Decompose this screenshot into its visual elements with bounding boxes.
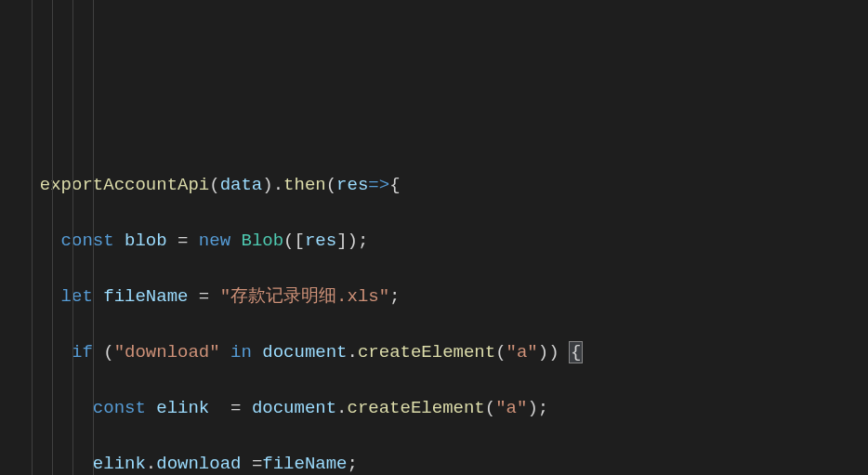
code-line[interactable]: const blob = new Blob([res]); xyxy=(19,227,868,255)
identifier: fileName xyxy=(103,286,188,307)
keyword: const xyxy=(93,398,146,418)
property: download xyxy=(156,454,241,474)
identifier: document xyxy=(262,342,347,363)
keyword: in xyxy=(230,342,252,363)
identifier: document xyxy=(252,398,336,418)
keyword: if xyxy=(72,342,93,363)
brace-match-icon: { xyxy=(569,341,583,363)
method-call: createElement xyxy=(348,398,485,418)
code-line[interactable]: if ("download" in document.createElement… xyxy=(19,338,868,366)
code-line[interactable]: let fileName = "存款记录明细.xls"; xyxy=(19,283,868,310)
string-literal: "存款记录明细.xls" xyxy=(220,286,389,307)
string-literal: "a" xyxy=(495,398,527,418)
string-literal: "download" xyxy=(114,342,220,363)
function-call: exportAccountApi xyxy=(40,175,209,195)
class: Blob xyxy=(241,231,283,251)
identifier: elink xyxy=(156,398,209,418)
code-line[interactable]: const elink = document.createElement("a"… xyxy=(19,394,868,422)
identifier: data xyxy=(220,175,263,195)
code-line[interactable]: exportAccountApi(data).then(res=>{ xyxy=(19,171,868,199)
code-line[interactable]: elink.download =fileName; xyxy=(19,450,868,475)
identifier: fileName xyxy=(262,454,347,474)
keyword: const xyxy=(61,231,114,251)
param: res xyxy=(336,175,368,195)
method-call: createElement xyxy=(358,342,495,363)
method-call: then xyxy=(283,175,326,195)
identifier: res xyxy=(305,231,336,251)
keyword: new xyxy=(199,231,230,251)
string-literal: "a" xyxy=(506,342,538,363)
code-editor[interactable]: exportAccountApi(data).then(res=>{ const… xyxy=(0,0,868,475)
keyword: let xyxy=(61,286,93,307)
identifier: elink xyxy=(93,454,146,474)
identifier: blob xyxy=(125,231,167,251)
